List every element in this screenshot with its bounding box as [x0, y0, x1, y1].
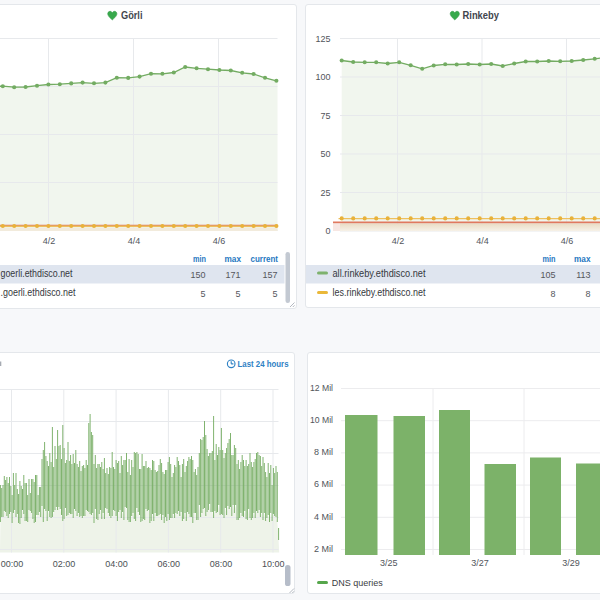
- svg-text:4/2: 4/2: [43, 236, 56, 246]
- svg-text:min: min: [543, 254, 556, 264]
- svg-text:8 Mil: 8 Mil: [314, 447, 333, 457]
- svg-text:4 Mil: 4 Mil: [314, 512, 333, 522]
- svg-text:.goerli.ethdisco.net: .goerli.ethdisco.net: [1, 287, 76, 298]
- svg-text:12 Mil: 12 Mil: [310, 383, 333, 393]
- svg-text:4/6: 4/6: [561, 236, 574, 246]
- svg-text:Görli: Görli: [121, 9, 143, 21]
- svg-text:6 Mil: 6 Mil: [314, 479, 333, 489]
- svg-text:0: 0: [325, 226, 330, 236]
- svg-text:02:00: 02:00: [53, 559, 76, 569]
- svg-text:4/4: 4/4: [476, 236, 489, 246]
- svg-text:3/29: 3/29: [562, 558, 580, 568]
- svg-text:les.rinkeby.ethdisco.net: les.rinkeby.ethdisco.net: [333, 287, 426, 298]
- svg-text:04:00: 04:00: [105, 559, 128, 569]
- svg-text:75: 75: [320, 111, 330, 121]
- svg-text:157: 157: [262, 270, 277, 280]
- svg-text:5: 5: [235, 289, 240, 299]
- svg-text:00:00: 00:00: [1, 559, 24, 569]
- svg-text:100: 100: [315, 72, 330, 82]
- svg-text:Last 24 hours: Last 24 hours: [238, 358, 289, 369]
- svg-text:current: current: [251, 254, 279, 264]
- svg-text:171: 171: [225, 270, 240, 280]
- svg-text:50: 50: [320, 149, 330, 159]
- svg-text:06:00: 06:00: [157, 559, 180, 569]
- svg-text:4/4: 4/4: [128, 236, 141, 246]
- svg-text:105: 105: [540, 270, 555, 280]
- svg-text:Rinkeby: Rinkeby: [463, 9, 500, 21]
- svg-text:8: 8: [585, 289, 590, 299]
- svg-text:5: 5: [200, 289, 205, 299]
- svg-text:113: 113: [576, 270, 590, 280]
- svg-text:10:00: 10:00: [262, 559, 285, 569]
- svg-text:10 Mil: 10 Mil: [310, 415, 333, 425]
- svg-text:goerli.ethdisco.net: goerli.ethdisco.net: [1, 268, 73, 279]
- svg-text:max: max: [225, 254, 242, 264]
- svg-text:8: 8: [550, 289, 555, 299]
- svg-text:max: max: [574, 254, 591, 264]
- svg-text:DNS queries: DNS queries: [332, 577, 383, 588]
- svg-text:all.rinkeby.ethdisco.net: all.rinkeby.ethdisco.net: [333, 268, 426, 279]
- svg-text:4/6: 4/6: [213, 236, 226, 246]
- svg-text:3/25: 3/25: [380, 558, 398, 568]
- svg-text:min: min: [193, 254, 206, 264]
- svg-text:125: 125: [315, 34, 330, 44]
- svg-text:25: 25: [320, 188, 330, 198]
- svg-text:150: 150: [190, 270, 205, 280]
- svg-text:4/2: 4/2: [392, 236, 405, 246]
- svg-text:2 Mil: 2 Mil: [314, 544, 333, 554]
- svg-text:3/27: 3/27: [471, 558, 489, 568]
- svg-text:08:00: 08:00: [210, 559, 233, 569]
- svg-text:5: 5: [272, 289, 277, 299]
